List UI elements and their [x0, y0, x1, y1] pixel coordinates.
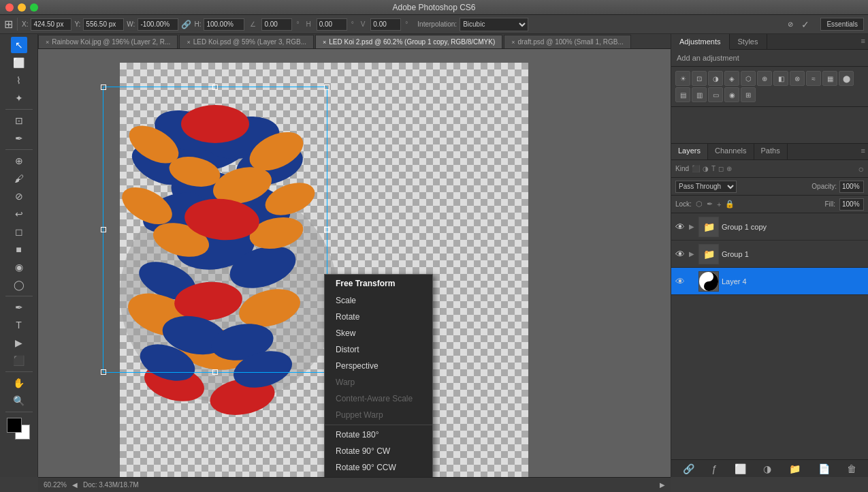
adj-color-lookup[interactable]: ▦	[822, 71, 837, 86]
menu-item-skew[interactable]: Skew	[325, 325, 432, 341]
progress-icon[interactable]: ▶	[660, 481, 665, 489]
opacity-input[interactable]	[839, 181, 864, 193]
adj-channel-mixer[interactable]: ≈	[806, 71, 821, 86]
eraser-tool[interactable]: ◻	[11, 224, 27, 240]
dodge-tool[interactable]: ◯	[11, 277, 27, 293]
crop-tool[interactable]: ⊡	[11, 112, 27, 129]
menu-item-rotate-180[interactable]: Rotate 180°	[325, 427, 432, 443]
menu-item-scale[interactable]: Scale	[325, 292, 432, 309]
filter-pixel-icon[interactable]: ⬛	[692, 165, 700, 172]
menu-item-perspective[interactable]: Perspective	[325, 358, 432, 374]
filter-type-icon[interactable]: T	[711, 165, 716, 172]
lock-all-icon[interactable]: 🔒	[725, 200, 735, 209]
add-style-button[interactable]: ƒ	[709, 463, 720, 474]
adj-gradient-map[interactable]: ▭	[708, 87, 723, 102]
filter-adjustment-icon[interactable]: ◑	[703, 165, 709, 172]
maximize-button[interactable]	[30, 3, 38, 12]
handle-tl[interactable]	[101, 84, 106, 90]
type-tool[interactable]: T	[11, 317, 27, 333]
handle-bm[interactable]	[212, 369, 218, 375]
zoom-tool[interactable]: 🔍	[11, 393, 27, 409]
menu-item-rotate[interactable]: Rotate	[325, 309, 432, 325]
y-input[interactable]	[83, 18, 124, 31]
selection-tool[interactable]: ⬜	[11, 55, 27, 71]
close-button[interactable]	[5, 3, 14, 12]
handle-tr[interactable]	[324, 84, 329, 90]
delete-layer-button[interactable]: 🗑	[844, 463, 859, 474]
lasso-tool[interactable]: ⌇	[11, 72, 27, 89]
traffic-lights[interactable]	[5, 3, 38, 12]
create-group-button[interactable]: 📁	[786, 463, 803, 474]
fill-input[interactable]	[839, 198, 864, 211]
magic-wand-tool[interactable]: ✦	[11, 90, 27, 106]
menu-item-distort[interactable]: Distort	[325, 341, 432, 358]
hskew-input[interactable]	[317, 18, 347, 31]
x-input[interactable]	[31, 18, 71, 31]
expand-icon-group1-copy[interactable]: ▶	[689, 223, 696, 230]
link-icon[interactable]: 🔗	[181, 20, 191, 29]
lock-pixels-icon[interactable]: ⬡	[696, 200, 703, 209]
adj-selective-color[interactable]: ◉	[724, 87, 739, 102]
commit-transform-icon[interactable]: ✓	[801, 19, 809, 30]
angle-input[interactable]	[261, 18, 292, 31]
move-tool[interactable]: ↖	[11, 37, 27, 53]
shape-tool[interactable]: ⬛	[11, 352, 27, 369]
adj-photo-filter[interactable]: ⊗	[790, 71, 805, 86]
filter-smart-icon[interactable]: ⊕	[726, 165, 732, 172]
tab-led-koi2[interactable]: × LED Koi 2.psd @ 60.2% (Group 1 copy, R…	[315, 35, 502, 48]
layer-row-group1-copy[interactable]: 👁 ▶ 📁 Group 1 copy	[671, 213, 868, 241]
lock-position-icon[interactable]: ✒	[707, 200, 713, 209]
foreground-color[interactable]	[7, 418, 22, 433]
handle-mr[interactable]	[324, 227, 329, 232]
blur-tool[interactable]: ◉	[11, 259, 27, 275]
adj-brightness[interactable]: ☀	[675, 71, 690, 86]
history-brush-tool[interactable]: ↩	[11, 206, 27, 222]
adj-invert[interactable]: ⬤	[839, 71, 854, 86]
adj-vibrance[interactable]: ◈	[724, 71, 739, 86]
cancel-transform-icon[interactable]: ⊘	[788, 20, 793, 28]
adj-hue-sat[interactable]: ⬡	[741, 71, 756, 86]
eyedropper-tool[interactable]: ✒	[11, 130, 27, 147]
tab-led-koi[interactable]: × LED Koi.psd @ 59% (Layer 3, RGB...	[179, 35, 314, 48]
path-selection-tool[interactable]: ▶	[11, 335, 27, 351]
add-mask-button[interactable]: ⬜	[732, 463, 749, 474]
layer-row-layer4[interactable]: 👁 Layer 4	[671, 268, 868, 295]
tab-rainbow-koi[interactable]: × Rainbow Koi.jpg @ 196% (Layer 2, R...	[38, 35, 178, 48]
brush-tool[interactable]: 🖌	[11, 170, 27, 187]
adj-bw[interactable]: ◧	[773, 71, 788, 86]
hand-tool[interactable]: ✋	[11, 375, 27, 391]
minimize-button[interactable]	[18, 3, 26, 12]
adj-exposure[interactable]: ◑	[708, 71, 723, 86]
adj-levels[interactable]: ⊞	[741, 87, 756, 102]
panel-options-icon[interactable]: ≡	[858, 34, 868, 49]
handle-tm[interactable]	[212, 84, 218, 90]
menu-item-rotate-90cw[interactable]: Rotate 90° CW	[325, 443, 432, 459]
handle-ml[interactable]	[101, 227, 106, 232]
tab-paths[interactable]: Paths	[754, 144, 788, 159]
layer-row-group1[interactable]: 👁 ▶ 📁 Group 1	[671, 241, 868, 268]
layers-panel-options-icon[interactable]: ≡	[858, 144, 868, 159]
clone-stamp-tool[interactable]: ⊘	[11, 188, 27, 204]
interpolation-select[interactable]: Bicubic Bilinear Nearest Neighbor	[460, 18, 528, 31]
lock-move-icon[interactable]: +	[717, 200, 721, 209]
menu-item-free-transform[interactable]: Free Transform	[325, 275, 432, 292]
tab-draft[interactable]: × draft.psd @ 100% (Small 1, RGB...	[504, 35, 630, 48]
tab-adjustments[interactable]: Adjustments	[671, 34, 730, 50]
expand-icon-group1[interactable]: ▶	[689, 250, 696, 258]
add-adjustment-button[interactable]: ◑	[760, 463, 774, 474]
adj-threshold[interactable]: ▥	[692, 87, 707, 102]
tab-layers[interactable]: Layers	[671, 144, 708, 159]
visibility-icon-layer4[interactable]: 👁	[675, 276, 686, 287]
gradient-tool[interactable]: ■	[11, 241, 27, 258]
menu-item-rotate-90ccw[interactable]: Rotate 90° CCW	[325, 459, 432, 476]
visibility-icon-group1[interactable]: 👁	[675, 249, 686, 260]
essentials-button[interactable]: Essentials	[820, 18, 864, 31]
w-input[interactable]	[138, 18, 178, 31]
adj-color-balance[interactable]: ⊕	[757, 71, 772, 86]
adj-curves[interactable]: ⊡	[692, 71, 707, 86]
tab-styles[interactable]: Styles	[730, 34, 767, 49]
filter-shape-icon[interactable]: ◻	[718, 165, 724, 172]
visibility-icon-group1-copy[interactable]: 👁	[675, 221, 686, 232]
create-layer-button[interactable]: 📄	[816, 463, 833, 474]
handle-bl[interactable]	[101, 369, 106, 375]
